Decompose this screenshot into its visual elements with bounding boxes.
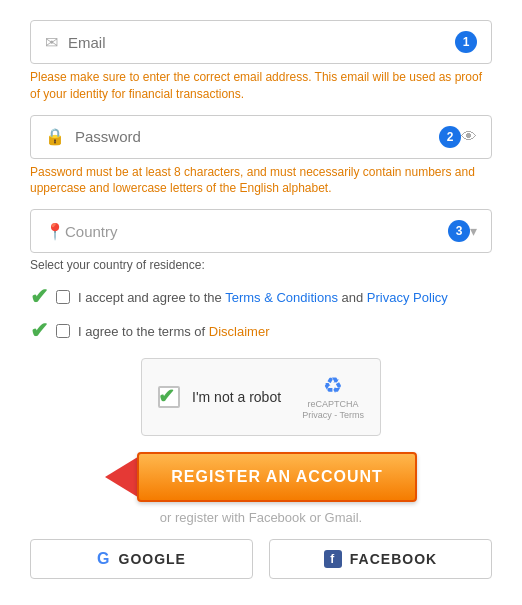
country-select[interactable]: Country [65, 223, 440, 240]
register-button[interactable]: REGISTER AN ACCOUNT [137, 452, 417, 502]
password-input-wrapper: 🔒 2 👁 [30, 115, 492, 159]
arrow-container: REGISTER AN ACCOUNT [105, 452, 417, 502]
captcha-checkmark: ✔ [158, 384, 175, 408]
country-badge: 3 [448, 220, 470, 242]
email-badge: 1 [455, 31, 477, 53]
disclaimer-checkmark: ✔ [30, 318, 48, 344]
captcha-right: ♻ reCAPTCHA Privacy - Terms [302, 373, 364, 421]
country-select-wrapper: 📍 Country 3 ▾ [30, 209, 492, 253]
disclaimer-checkbox[interactable] [56, 324, 70, 338]
terms-conditions-link[interactable]: Terms & Conditions [225, 290, 338, 305]
recaptcha-icon: ♻ [323, 373, 343, 399]
location-icon: 📍 [45, 222, 65, 241]
register-section: REGISTER AN ACCOUNT [30, 452, 492, 502]
disclaimer-label: I agree to the terms of Disclaimer [78, 324, 269, 339]
recaptcha-sub: Privacy - Terms [302, 410, 364, 421]
social-buttons: G GOOGLE f FACEBOOK [30, 539, 492, 579]
terms-label: I accept and agree to the Terms & Condit… [78, 290, 448, 305]
red-arrow-icon [105, 455, 141, 499]
email-input-wrapper: ✉ 1 [30, 20, 492, 64]
password-input[interactable] [75, 128, 431, 145]
eye-icon[interactable]: 👁 [461, 128, 477, 146]
or-text: or register with Facebook or Gmail. [30, 510, 492, 525]
captcha-label: I'm not a robot [192, 389, 281, 405]
facebook-icon: f [324, 550, 342, 568]
privacy-policy-link[interactable]: Privacy Policy [367, 290, 448, 305]
captcha-container: ✔ I'm not a robot ♻ reCAPTCHA Privacy - … [30, 358, 492, 436]
checkbox-section: ✔ I accept and agree to the Terms & Cond… [30, 284, 492, 344]
disclaimer-link[interactable]: Disclaimer [209, 324, 270, 339]
facebook-button[interactable]: f FACEBOOK [269, 539, 492, 579]
email-hint: Please make sure to enter the correct em… [30, 69, 492, 103]
terms-checkbox-row: ✔ I accept and agree to the Terms & Cond… [30, 284, 492, 310]
captcha-checkbox[interactable]: ✔ [158, 386, 180, 408]
password-badge: 2 [439, 126, 461, 148]
email-input[interactable] [68, 34, 447, 51]
captcha-box: ✔ I'm not a robot ♻ reCAPTCHA Privacy - … [141, 358, 381, 436]
disclaimer-checkbox-row: ✔ I agree to the terms of Disclaimer [30, 318, 492, 344]
country-field-group: 📍 Country 3 ▾ Select your country of res… [30, 209, 492, 272]
password-field-group: 🔒 2 👁 Password must be at least 8 charac… [30, 115, 492, 198]
email-icon: ✉ [45, 33, 58, 52]
google-label: GOOGLE [119, 551, 186, 567]
lock-icon: 🔒 [45, 127, 65, 146]
terms-checkmark: ✔ [30, 284, 48, 310]
email-field-group: ✉ 1 Please make sure to enter the correc… [30, 20, 492, 103]
google-icon: G [97, 550, 110, 568]
recaptcha-brand: reCAPTCHA [308, 399, 359, 410]
password-hint: Password must be at least 8 characters, … [30, 164, 492, 198]
country-hint: Select your country of residence: [30, 258, 492, 272]
captcha-left: ✔ I'm not a robot [158, 386, 281, 408]
chevron-down-icon: ▾ [470, 223, 477, 239]
terms-checkbox[interactable] [56, 290, 70, 304]
facebook-label: FACEBOOK [350, 551, 437, 567]
google-button[interactable]: G GOOGLE [30, 539, 253, 579]
